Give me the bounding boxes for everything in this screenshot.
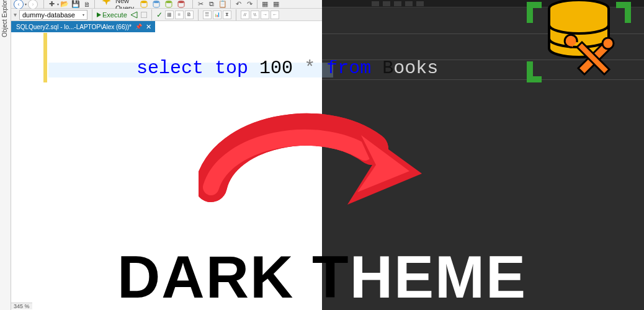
svg-point-0 xyxy=(141,1,147,3)
indent-icon[interactable]: → xyxy=(261,11,269,19)
outdent-icon[interactable]: ← xyxy=(271,11,279,19)
comment-icon[interactable]: // xyxy=(241,11,249,19)
transition-arrow-icon xyxy=(199,105,428,217)
database-tools-illustration xyxy=(526,0,632,87)
results-file-icon[interactable]: 🗎 xyxy=(185,11,194,19)
chevron-down-icon: ▾ xyxy=(83,12,84,17)
include-plan-icon[interactable]: ☰ xyxy=(203,11,212,19)
keyword-select: select xyxy=(136,58,203,79)
svg-point-5 xyxy=(602,38,614,49)
editor-tab-label: SQLQuery2.sql - lo...-LAPTOP\Alex (66))* xyxy=(16,24,132,30)
nav-forward-button[interactable]: › xyxy=(28,0,38,9)
parse-check-icon[interactable]: ✓ xyxy=(156,11,163,19)
headline-right: HEME xyxy=(350,244,527,310)
svg-point-2 xyxy=(166,1,172,3)
execute-label: Execute xyxy=(102,11,127,19)
status-zoom-level: 345 % xyxy=(11,303,32,309)
toolbar-separator xyxy=(198,9,199,20)
headline-dark-theme: DARK THEME xyxy=(0,250,644,304)
main-toolbar: ‹ ▾ › ✚ ▾ 📂 💾 🗎 New Query xyxy=(11,0,322,9)
debug-button[interactable] xyxy=(130,11,138,19)
headline-left: DARK T xyxy=(117,244,350,310)
database-selected-value: dummy-database xyxy=(22,11,75,19)
live-stats-icon[interactable]: ⧗ xyxy=(223,11,231,19)
database-dropdown[interactable]: dummy-database ▾ xyxy=(19,10,87,20)
play-icon xyxy=(97,12,101,17)
svg-point-3 xyxy=(178,1,184,3)
identifier-books-left: B xyxy=(382,58,393,79)
toolbar-separator xyxy=(151,9,152,20)
results-grid-icon[interactable]: ▦ xyxy=(165,11,174,19)
results-text-icon[interactable]: ≡ xyxy=(175,11,184,19)
object-explorer-label: Object Explorer xyxy=(1,0,8,37)
toolbar-separator xyxy=(92,9,92,20)
star-token: * xyxy=(304,58,315,79)
keyword-top: top xyxy=(215,58,248,79)
dark-toolbar-icon[interactable] xyxy=(416,1,424,6)
literal-100: 100 xyxy=(259,58,293,79)
stop-button[interactable] xyxy=(141,12,147,18)
pin-icon[interactable]: 📌 xyxy=(135,24,142,30)
dark-toolbar-icon[interactable] xyxy=(394,1,401,6)
chevron-down-icon[interactable]: ▾ xyxy=(25,2,27,6)
dark-toolbar-icon[interactable] xyxy=(383,1,390,6)
keyword-from: from xyxy=(326,58,371,79)
client-stats-icon[interactable]: 📊 xyxy=(213,11,221,19)
change-marker xyxy=(43,33,47,82)
dark-toolbar-icon[interactable] xyxy=(372,1,379,6)
toolbar-separator xyxy=(236,9,236,20)
dark-toolbar-icon[interactable] xyxy=(405,1,413,6)
query-toolbar: ▾ dummy-database ▾ Execute ✓ ▦ ≡ 🗎 ☰ 📊 ⧗ xyxy=(11,9,322,21)
uncomment-icon[interactable]: \\ xyxy=(251,11,259,19)
close-tab-icon[interactable]: ✕ xyxy=(146,23,151,31)
nav-back-button[interactable]: ‹ xyxy=(14,0,24,9)
editor-tab-active[interactable]: SQLQuery2.sql - lo...-LAPTOP\Alex (66))*… xyxy=(11,21,155,32)
svg-point-1 xyxy=(153,1,159,3)
identifier-books-right: ooks xyxy=(393,58,438,79)
execute-button[interactable]: Execute xyxy=(97,11,127,19)
